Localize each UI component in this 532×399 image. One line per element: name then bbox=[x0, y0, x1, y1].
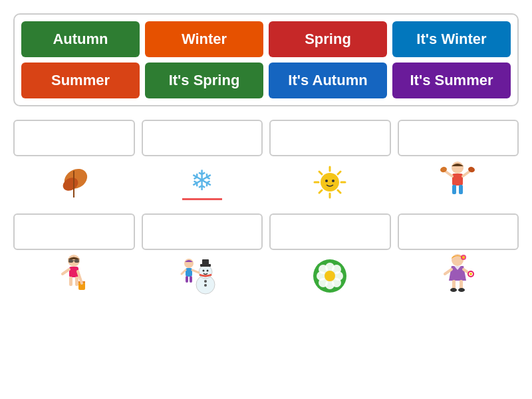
svg-point-62 bbox=[450, 288, 457, 292]
svg-point-59 bbox=[462, 256, 465, 259]
word-tile-spring[interactable]: Spring bbox=[269, 21, 387, 57]
svg-rect-60 bbox=[452, 280, 456, 289]
image-cell-sun bbox=[269, 159, 391, 205]
snowflake-line bbox=[182, 198, 222, 200]
svg-line-19 bbox=[463, 171, 470, 176]
svg-point-40 bbox=[204, 284, 207, 287]
svg-point-67 bbox=[469, 273, 472, 275]
svg-rect-16 bbox=[452, 185, 456, 194]
svg-rect-61 bbox=[460, 280, 463, 289]
drop-row-2 bbox=[13, 213, 519, 250]
drop-box-1-3[interactable] bbox=[269, 120, 391, 156]
svg-point-14 bbox=[452, 162, 464, 174]
drop-box-2-3[interactable] bbox=[269, 213, 391, 250]
drop-box-1-1[interactable] bbox=[13, 120, 135, 156]
svg-point-39 bbox=[204, 280, 207, 283]
image-row-1: ❄ bbox=[13, 159, 519, 205]
drop-box-1-4[interactable] bbox=[398, 120, 519, 156]
image-cell-flower bbox=[269, 253, 391, 299]
svg-point-36 bbox=[207, 270, 209, 272]
word-tile-its-autumn[interactable]: It's Autumn bbox=[269, 63, 387, 98]
word-tile-summer[interactable]: Summer bbox=[21, 63, 140, 98]
match-area: ❄ bbox=[13, 120, 519, 307]
image-cell-autumn-leaf bbox=[13, 159, 135, 205]
word-tile-its-summer[interactable]: It's Summer bbox=[392, 63, 511, 98]
snowflake-icon: ❄ bbox=[190, 164, 213, 197]
drop-row-1 bbox=[13, 120, 519, 156]
svg-rect-38 bbox=[202, 259, 209, 265]
autumn-leaf-icon bbox=[57, 164, 90, 201]
image-cell-summer-child bbox=[13, 253, 135, 299]
image-cell-spring-child bbox=[398, 253, 519, 299]
svg-rect-44 bbox=[190, 276, 192, 283]
svg-line-11 bbox=[319, 190, 322, 193]
image-row-2 bbox=[13, 253, 519, 299]
drop-box-1-2[interactable] bbox=[142, 120, 263, 156]
word-tile-its-spring[interactable]: It's Spring bbox=[145, 63, 263, 98]
image-cell-snowflake: ❄ bbox=[142, 159, 263, 205]
svg-point-13 bbox=[332, 180, 334, 182]
autumn-child-icon bbox=[440, 161, 476, 204]
svg-point-3 bbox=[321, 173, 339, 192]
svg-line-18 bbox=[445, 171, 452, 176]
svg-rect-28 bbox=[75, 277, 78, 286]
svg-rect-27 bbox=[69, 277, 72, 286]
svg-rect-43 bbox=[186, 276, 188, 283]
svg-line-9 bbox=[338, 190, 340, 193]
drop-box-2-1[interactable] bbox=[13, 213, 135, 250]
svg-line-8 bbox=[319, 172, 322, 174]
svg-line-45 bbox=[182, 270, 186, 274]
svg-point-56 bbox=[325, 271, 335, 281]
snowflake-container: ❄ bbox=[182, 164, 222, 200]
word-tile-autumn[interactable]: Autumn bbox=[21, 21, 140, 57]
sun-icon bbox=[312, 164, 348, 201]
flower-icon bbox=[312, 258, 348, 295]
spring-child-icon bbox=[440, 253, 476, 299]
svg-rect-42 bbox=[186, 268, 192, 277]
svg-line-10 bbox=[338, 172, 340, 174]
svg-point-63 bbox=[458, 288, 465, 292]
word-bank: AutumnWinterSpringIt's WinterSummerIt's … bbox=[13, 13, 519, 106]
image-cell-autumn-child bbox=[398, 159, 519, 205]
svg-rect-17 bbox=[459, 185, 463, 194]
snowman-icon bbox=[180, 253, 223, 299]
drop-box-2-4[interactable] bbox=[398, 213, 519, 250]
svg-line-46 bbox=[192, 270, 199, 273]
svg-point-35 bbox=[203, 270, 205, 272]
svg-line-32 bbox=[63, 269, 69, 274]
image-cell-snowman bbox=[142, 253, 263, 299]
summer-child-icon bbox=[56, 253, 92, 299]
drop-box-2-2[interactable] bbox=[142, 213, 263, 250]
svg-rect-23 bbox=[68, 259, 73, 263]
word-tile-winter[interactable]: Winter bbox=[145, 21, 263, 57]
svg-rect-24 bbox=[74, 259, 79, 263]
svg-rect-15 bbox=[452, 174, 463, 186]
svg-point-12 bbox=[325, 180, 328, 182]
word-tile-its-winter[interactable]: It's Winter bbox=[392, 21, 511, 57]
